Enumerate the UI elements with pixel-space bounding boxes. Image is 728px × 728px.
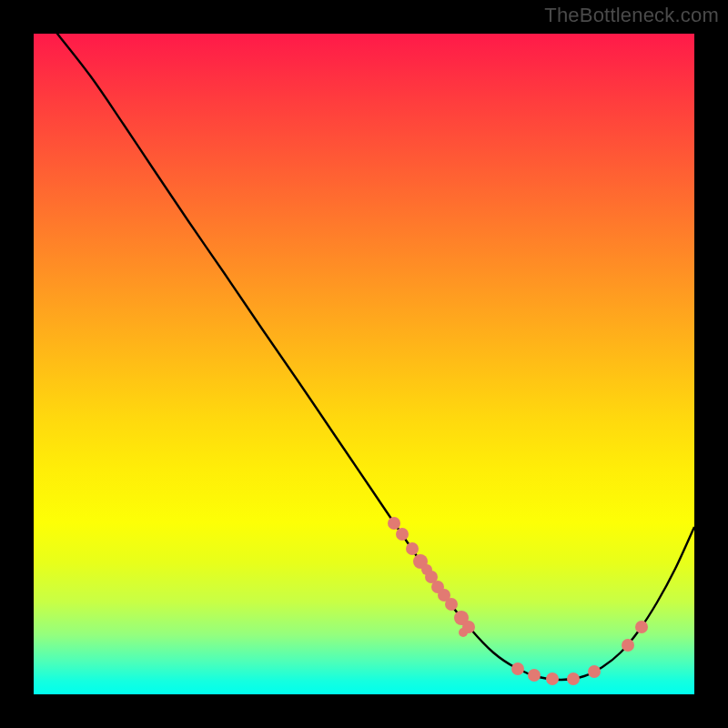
- data-dot: [388, 517, 400, 530]
- plot-area: [34, 34, 694, 694]
- main-curve: [54, 34, 694, 680]
- data-dot: [462, 621, 475, 633]
- data-dot: [406, 542, 419, 555]
- data-dot: [528, 669, 541, 682]
- data-dot: [396, 528, 409, 541]
- curve-svg: [34, 34, 694, 694]
- data-dot: [546, 672, 559, 685]
- data-dot: [635, 621, 648, 633]
- data-dots: [388, 517, 648, 685]
- data-dot: [622, 639, 634, 652]
- data-dot: [588, 665, 601, 678]
- watermark-text: TheBottleneck.com: [544, 4, 719, 27]
- data-dot: [445, 598, 458, 611]
- data-dot: [567, 672, 580, 685]
- data-dot: [511, 662, 524, 675]
